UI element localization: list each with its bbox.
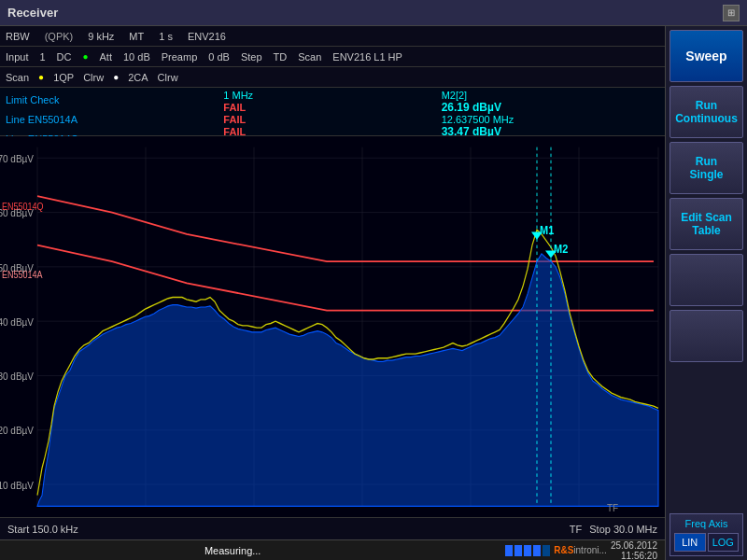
status-datetime: 25.06.2012 11:56:20 [611,540,657,561]
preamp-value: 0 dB [208,51,230,63]
scan-bar: Scan ● 1QP Clrw ● 2CA Clrw [0,67,665,88]
step-label: Step [241,51,262,63]
info-bar: RBW (QPK) 9 kHz MT 1 s ENV216 [0,26,665,47]
env-detail: ENV216 L1 HP [332,51,402,63]
freq-axis-buttons: LIN LOG [674,533,739,552]
preamp-label: Preamp [162,51,198,63]
clrw2-label: Clrw [158,72,178,83]
m2-value: 26.19 dBµV [442,101,659,114]
start-freq: Start 150.0 kHz [7,524,78,535]
right-spacer [669,366,743,510]
marker1-label: 1QP [53,72,74,83]
empty-btn-1[interactable] [669,254,743,306]
scan-text: Scan [6,72,29,83]
log-button[interactable]: LOG [708,533,740,552]
brand-suffix: introni... [573,545,607,555]
svg-text:40 dBµV: 40 dBµV [0,315,35,328]
rbw-value: 9 kHz [88,31,114,42]
mhz-marker: 1 MHz [223,90,441,101]
svg-text:70 dBµV: 70 dBµV [0,152,35,164]
svg-text:30 dBµV: 30 dBµV [0,370,35,382]
input-label: Input [6,51,28,63]
status-logo: R&S [554,545,573,555]
svg-text:20 dBµV: 20 dBµV [0,425,35,437]
m2-freq: 12.637500 MHz [442,114,659,125]
scan-label2: Scan [298,51,321,63]
stop-freq: Stop 30.0 MHz [589,524,657,535]
rbw-type: (QPK) [45,31,74,42]
spectrum-area: RBW (QPK) 9 kHz MT 1 s ENV216 Input 1 DC… [0,26,665,560]
fail2: FAIL [223,114,441,125]
dc-label: DC [57,51,72,63]
right-panel: Sweep Run Continuous Run Single Edit Sca… [665,26,747,560]
spectrum-graph: 70 dBµV 60 dBµV 50 dBµV 40 dBµV 30 dBµV … [0,136,665,517]
marker2-label: 2CA [128,72,148,83]
input-bar: Input 1 DC ● Att 10 dB Preamp 0 dB Step … [0,47,665,67]
empty-btn-2[interactable] [669,310,743,362]
mt-value: 1 s [159,31,173,42]
clrw1-label: Clrw [83,72,104,83]
main-layout: RBW (QPK) 9 kHz MT 1 s ENV216 Input 1 DC… [0,26,747,560]
title-bar: Receiver ⊞ [0,0,747,26]
prog-bar-4 [533,545,541,556]
prog-bar-5 [543,545,550,556]
mt-label: MT [129,31,144,42]
meas-area: Limit Check Line EN55014A Line EN55014Q … [0,88,665,136]
status-progress [505,545,550,556]
fail1: FAIL [223,102,441,113]
td-label: TD [274,51,288,63]
title-bar-icons: ⊞ [723,5,740,21]
att-label: Att [100,51,112,63]
freq-axis-container: Freq Axis LIN LOG [669,513,743,556]
bottom-bar: Start 150.0 kHz TF Stop 30.0 MHz [0,517,665,539]
tf-label: TF [570,524,582,535]
svg-text:M1: M1 [540,223,555,237]
input-num: 1 [39,51,45,63]
rbw-label: RBW [6,31,30,42]
edit-scan-table-button[interactable]: Edit Scan Table [669,198,743,250]
prog-bar-1 [505,545,513,556]
att-value: 10 dB [123,51,150,63]
status-measuring: Measuring... [204,545,261,556]
graph-container: 70 dBµV 60 dBµV 50 dBµV 40 dBµV 30 dBµV … [0,136,665,517]
marker1-dot: ● [38,72,44,82]
limit-check-label: Limit Check [6,94,223,105]
line-en55014a-label: Line EN55014A [6,114,223,125]
fail3: FAIL [223,126,441,137]
status-bar: Measuring... R&S introni... 25.06.2012 1… [0,539,665,560]
env-label: ENV216 [188,31,226,42]
run-single-button[interactable]: Run Single [669,142,743,194]
run-continuous-button[interactable]: Run Continuous [669,86,743,138]
marker2-dot: ● [113,72,119,82]
sweep-button[interactable]: Sweep [669,30,743,82]
freq-axis-label: Freq Axis [674,518,739,529]
svg-text:TF: TF [607,501,619,513]
app-title: Receiver [7,6,58,20]
m2-bracket-label: M2[2] [442,90,659,101]
lin-button[interactable]: LIN [674,533,706,552]
svg-text:EN55014A: EN55014A [2,269,43,280]
svg-text:M2: M2 [554,242,569,256]
dc-indicator: ● [82,51,88,62]
svg-text:10 dBµV: 10 dBµV [0,479,35,491]
svg-text:EN55014Q: EN55014Q [2,202,44,213]
prog-bar-2 [514,545,522,556]
grid-icon[interactable]: ⊞ [723,5,740,21]
prog-bar-3 [524,545,531,556]
